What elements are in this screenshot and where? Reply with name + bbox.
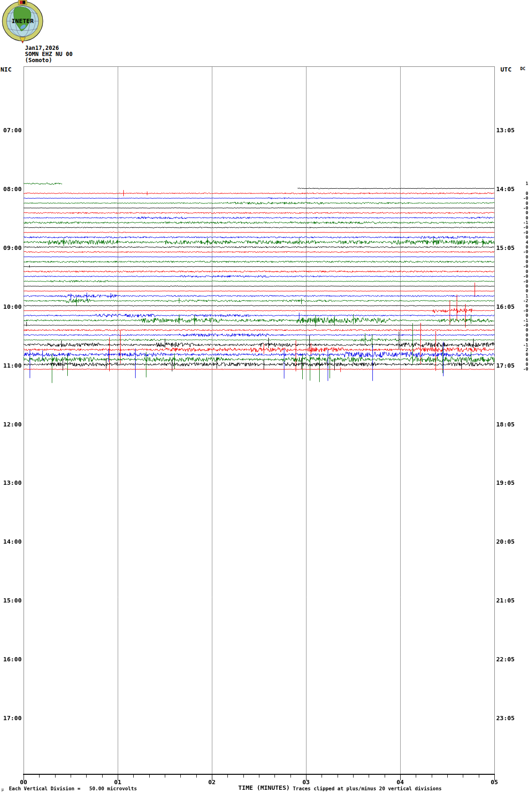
dc-value: 0 (512, 245, 528, 249)
dc-value: 6 (512, 357, 528, 362)
x-axis-tick-label: 04 (393, 779, 407, 786)
dc-value: 0 (512, 216, 528, 220)
dc-value: -0 (512, 308, 528, 313)
left-time-label: 08:00 (0, 185, 22, 193)
left-time-label: 09:00 (0, 244, 22, 252)
dc-value: 0 (512, 328, 528, 332)
dc-value: 0 (512, 362, 528, 367)
dc-value: -0 (512, 274, 528, 279)
right-time-label: 21:05 (496, 597, 515, 604)
dc-value: 2 (512, 347, 528, 352)
left-time-label: 17:00 (0, 715, 22, 722)
dc-value: 0 (512, 235, 528, 240)
helicorder-page: INETER Jan17,2026 SOMN EHZ NU 00 (Somoto… (0, 0, 532, 795)
dc-value: 0 (512, 284, 528, 289)
dc-value: 1 (512, 294, 528, 298)
dc-value: 0 (512, 333, 528, 337)
dc-value: 0 (512, 201, 528, 206)
left-time-label: 10:00 (0, 303, 22, 311)
left-time-label: 15:00 (0, 597, 22, 604)
right-time-label: 19:05 (496, 479, 515, 487)
dc-value: -2 (512, 298, 528, 303)
dc-value: -0 (512, 249, 528, 254)
dc-value: -0 (512, 225, 528, 230)
clip-note-label: Traces clipped at plus/minus 20 vertical… (293, 786, 442, 792)
micro-glyph: µ (1, 787, 4, 792)
dc-value: 0 (512, 210, 528, 215)
dc-value: 4 (512, 240, 528, 245)
dc-value: -0 (512, 367, 528, 371)
left-time-label: 13:00 (0, 479, 22, 487)
dc-value: 0 (512, 259, 528, 264)
dc-value: 0 (512, 304, 528, 308)
dc-value: 0 (512, 289, 528, 293)
dc-value: -1 (512, 343, 528, 347)
dc-value: 0 (512, 352, 528, 357)
x-axis-title: TIME (MINUTES) (238, 784, 290, 792)
x-axis-tick-label: 00 (16, 779, 31, 786)
dc-value: 1 (512, 181, 528, 186)
dc-value: -1 (512, 220, 528, 225)
dc-value: 0 (512, 337, 528, 342)
left-time-label: 14:00 (0, 538, 22, 546)
dc-value: 0 (512, 191, 528, 196)
dc-value: -0 (512, 230, 528, 235)
right-time-label: 22:05 (496, 656, 515, 663)
seismogram-canvas (0, 0, 532, 795)
left-time-label: 12:00 (0, 421, 22, 428)
right-time-label: 23:05 (496, 715, 515, 722)
x-axis-tick-label: 03 (299, 779, 313, 786)
dc-value: 0 (512, 255, 528, 259)
x-axis-tick-label: 01 (111, 779, 125, 786)
left-time-label: 11:00 (0, 362, 22, 369)
left-time-label: 07:00 (0, 127, 22, 134)
dc-value: -0 (512, 206, 528, 210)
x-axis-tick-label: 05 (487, 779, 501, 786)
dc-value: 0 (512, 313, 528, 318)
dc-value: -0 (512, 279, 528, 284)
dc-value: 0 (512, 269, 528, 274)
dc-value: -0 (512, 264, 528, 269)
scale-note-label: Each Vertical Division = 50.00 microvolt… (9, 786, 137, 792)
dc-value: -0 (512, 323, 528, 328)
x-axis-tick-label: 02 (205, 779, 219, 786)
left-time-label: 16:00 (0, 656, 22, 663)
right-time-label: 20:05 (496, 538, 515, 546)
dc-value: -1 (512, 318, 528, 323)
dc-value: -0 (512, 196, 528, 201)
right-time-label: 13:05 (496, 127, 515, 134)
right-time-label: 18:05 (496, 421, 515, 428)
